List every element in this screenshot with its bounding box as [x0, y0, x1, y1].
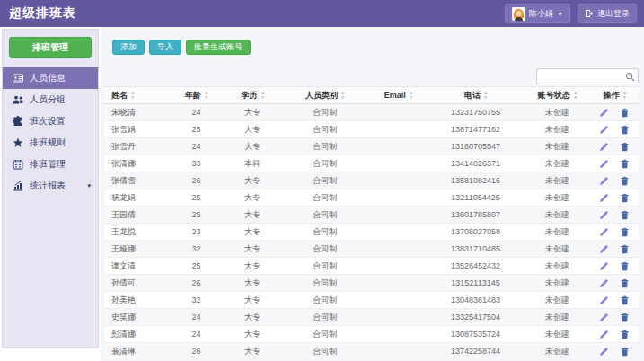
delete-icon[interactable]: [620, 227, 630, 237]
delete-icon[interactable]: [620, 244, 630, 254]
cell-name: 孙美艳: [104, 292, 168, 309]
cell-category: 合同制: [280, 275, 368, 292]
table-row: 张清娜 33 本科 合同制 13414026371 未创建: [104, 155, 639, 172]
import-button[interactable]: 导入: [149, 40, 181, 55]
delete-icon[interactable]: [620, 210, 630, 220]
cell-account-status: 未创建: [524, 275, 590, 292]
cell-email: [369, 138, 428, 155]
edit-icon[interactable]: [599, 210, 609, 220]
cell-phone: 13601785807: [428, 207, 524, 224]
edit-icon[interactable]: [599, 108, 609, 118]
edit-icon[interactable]: [599, 261, 609, 271]
logout-button[interactable]: 退出登录: [578, 4, 637, 23]
edit-icon[interactable]: [599, 244, 609, 254]
cell-education: 大专: [225, 275, 280, 292]
delete-icon[interactable]: [620, 330, 630, 339]
column-header-category[interactable]: 人员类别▴▾: [280, 87, 368, 104]
cell-account-status: 未创建: [524, 258, 590, 275]
cell-category: 合同制: [280, 189, 368, 207]
search-input[interactable]: [536, 68, 639, 84]
sidebar-item-schedule-manage[interactable]: 排班管理: [3, 154, 98, 175]
batch-create-accounts-button[interactable]: 批量生成账号: [186, 40, 251, 55]
delete-icon[interactable]: [620, 125, 630, 135]
sidebar-item-label: 统计报表: [30, 180, 66, 192]
delete-icon[interactable]: [620, 193, 630, 203]
cell-operations: [590, 172, 639, 189]
column-header-operations[interactable]: 操作▴▾: [590, 87, 639, 104]
calendar-icon: [12, 159, 23, 171]
column-header-age[interactable]: 年龄▴▾: [168, 87, 224, 104]
schedule-manage-button[interactable]: 排班管理: [9, 37, 92, 58]
edit-icon[interactable]: [599, 227, 609, 237]
edit-icon[interactable]: [599, 295, 609, 305]
sidebar-item-shift-settings[interactable]: 班次设置: [3, 110, 98, 132]
cell-phone: 13708027058: [428, 224, 524, 241]
top-header-bar: 超级排班表 陈小娟 ▼ 退出登录: [0, 0, 644, 27]
table-row: 王园倩 25 大专 合同制 13601785807 未创建: [104, 207, 639, 224]
delete-icon[interactable]: [620, 295, 630, 305]
cell-email: [369, 309, 428, 326]
edit-icon[interactable]: [599, 176, 609, 186]
edit-icon[interactable]: [599, 193, 609, 203]
cell-education: 大专: [225, 309, 280, 326]
cell-account-status: 未创建: [524, 121, 590, 138]
edit-icon[interactable]: [599, 125, 609, 135]
add-button[interactable]: 添加: [112, 40, 145, 55]
delete-icon[interactable]: [620, 159, 630, 169]
cell-age: 24: [168, 104, 224, 121]
cell-name: 杨龙娟: [104, 189, 168, 207]
edit-icon[interactable]: [599, 313, 609, 322]
cell-account-status: 未创建: [524, 292, 590, 309]
edit-icon[interactable]: [599, 347, 609, 357]
column-header-education[interactable]: 学历▴▾: [225, 87, 280, 104]
sidebar-item-schedule-rules[interactable]: 排班规则: [3, 132, 98, 154]
cell-email: [369, 104, 428, 121]
cell-operations: [590, 309, 639, 326]
delete-icon[interactable]: [620, 313, 630, 322]
cell-category: 合同制: [280, 326, 368, 343]
cell-operations: [590, 155, 639, 172]
cell-age: 32: [168, 292, 224, 309]
column-header-account-status[interactable]: 账号状态▴▾: [524, 87, 590, 104]
table-row: 史笑娜 24 大专 合同制 13325417504 未创建: [104, 309, 639, 326]
sidebar-item-personnel-info[interactable]: 人员信息: [3, 67, 98, 89]
cell-name: 张雪丹: [104, 138, 168, 155]
cell-name: 王龙悦: [104, 224, 168, 241]
cell-age: 24: [168, 138, 224, 155]
sidebar-item-label: 人员分组: [30, 93, 66, 106]
cell-age: 25: [168, 258, 224, 275]
sidebar-panel: 排班管理 人员信息 人员分组 班次设置: [2, 29, 99, 348]
cell-account-status: 未创建: [524, 189, 590, 207]
user-menu-button[interactable]: 陈小娟 ▼: [505, 4, 570, 23]
delete-icon[interactable]: [620, 278, 630, 288]
delete-icon[interactable]: [620, 142, 630, 152]
chevron-down-icon: ▼: [557, 11, 563, 17]
sidebar-item-personnel-groups[interactable]: 人员分组: [3, 89, 98, 110]
delete-icon[interactable]: [620, 176, 630, 186]
cell-email: [369, 224, 428, 241]
cell-email: [369, 275, 428, 292]
sort-icon: ▴▾: [484, 91, 487, 100]
cell-name: 孙倩可: [104, 275, 168, 292]
delete-icon[interactable]: [620, 261, 630, 271]
cell-account-status: 未创建: [524, 241, 590, 258]
cell-age: 25: [168, 189, 224, 207]
cell-category: 合同制: [280, 172, 368, 189]
column-header-phone[interactable]: 电话▴▾: [428, 87, 524, 104]
edit-icon[interactable]: [599, 278, 609, 288]
edit-icon[interactable]: [599, 142, 609, 152]
delete-icon[interactable]: [620, 108, 630, 118]
sidebar-item-statistics-reports[interactable]: 统计报表 ▾: [3, 175, 98, 197]
cell-operations: [590, 189, 639, 207]
search-icon[interactable]: [625, 69, 635, 79]
edit-icon[interactable]: [599, 330, 609, 339]
column-header-email[interactable]: Email▴▾: [369, 87, 428, 104]
cell-account-status: 未创建: [524, 155, 590, 172]
cell-name: 裴清琳: [104, 343, 168, 360]
delete-icon[interactable]: [620, 347, 630, 357]
cell-account-status: 未创建: [524, 224, 590, 241]
cell-account-status: 未创建: [524, 309, 590, 326]
column-header-name[interactable]: 姓名▴▾: [104, 87, 168, 104]
edit-icon[interactable]: [599, 159, 609, 169]
cell-category: 合同制: [280, 258, 368, 275]
